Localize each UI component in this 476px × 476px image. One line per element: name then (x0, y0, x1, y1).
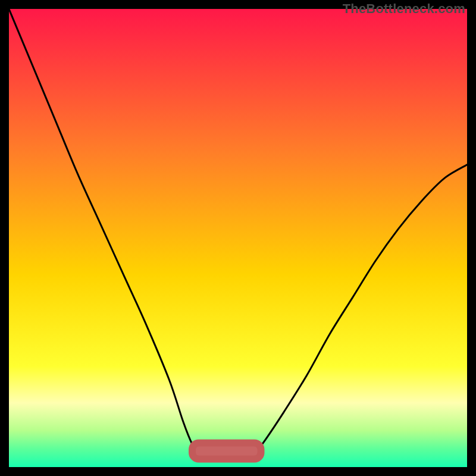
stadium-marker (192, 443, 261, 459)
left-curve (9, 9, 201, 458)
chart-svg (9, 9, 467, 467)
outer-frame: TheBottleneck.com (0, 0, 476, 476)
watermark-text: TheBottleneck.com (343, 1, 465, 17)
plot-area (9, 9, 467, 467)
right-curve (252, 165, 467, 458)
